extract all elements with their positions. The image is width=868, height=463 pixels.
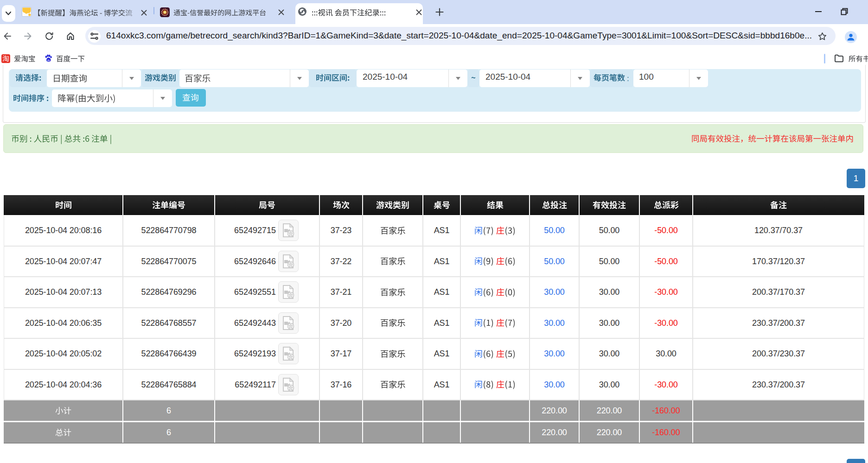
svg-text:du: du: [47, 59, 50, 62]
